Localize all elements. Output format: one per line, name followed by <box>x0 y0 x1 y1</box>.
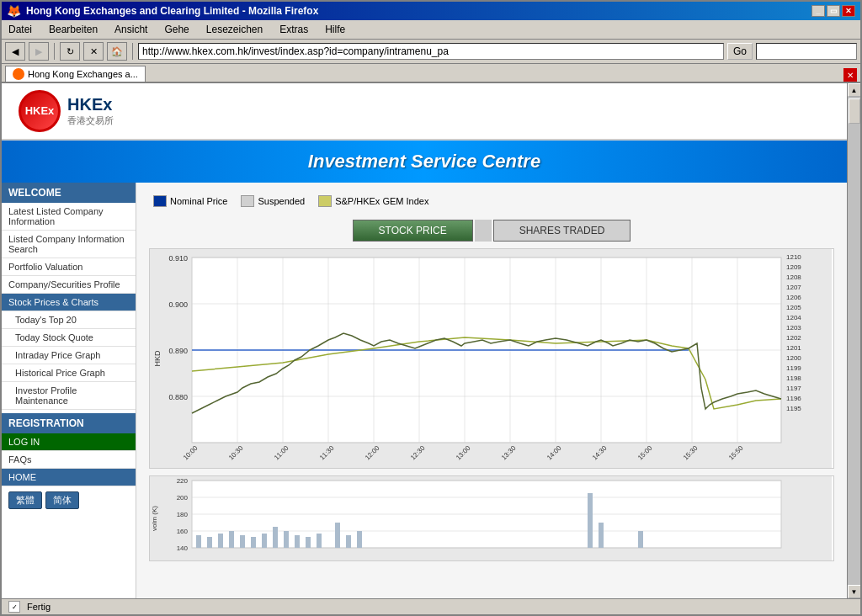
legend-index-label: S&P/HKEx GEM Index <box>335 196 428 206</box>
stock-price-tab-button[interactable]: STOCK PRICE <box>353 220 473 242</box>
hkex-logo-circle: HKEx <box>19 90 61 132</box>
svg-rect-62 <box>196 535 201 548</box>
scroll-thumb[interactable] <box>849 98 860 124</box>
svg-text:0.910: 0.910 <box>168 254 188 263</box>
scroll-down-button[interactable]: ▼ <box>848 585 861 598</box>
menu-lesezeichen[interactable]: Lesezeichen <box>203 22 266 37</box>
title-bar-controls[interactable]: _ ▭ ✕ <box>811 5 855 17</box>
sidebar-welcome-label: WELCOME <box>2 183 136 203</box>
minimize-button[interactable]: _ <box>811 5 825 17</box>
svg-text:180: 180 <box>177 511 189 518</box>
sidebar-item-latest-listed[interactable]: Latest Listed Company Information <box>2 203 136 231</box>
menu-datei[interactable]: Datei <box>5 22 35 37</box>
svg-text:0.900: 0.900 <box>168 300 188 309</box>
svg-text:volm (K): volm (K) <box>151 506 158 531</box>
sidebar-item-intraday[interactable]: Intraday Price Graph <box>2 347 136 364</box>
tab-label: Hong Kong Exchanges a... <box>28 69 138 79</box>
sidebar-item-investor-profile[interactable]: Investor Profile Maintenance <box>2 382 136 410</box>
toolbar: ◀ ▶ ↻ ✕ 🏠 Go <box>2 40 860 64</box>
svg-text:1208: 1208 <box>786 273 801 281</box>
sidebar-item-historical[interactable]: Historical Price Graph <box>2 364 136 382</box>
sidebar-item-faqs[interactable]: FAQs <box>2 451 136 469</box>
scroll-track[interactable] <box>848 97 860 585</box>
menu-extras[interactable]: Extras <box>276 22 311 37</box>
restore-button[interactable]: ▭ <box>827 5 840 17</box>
sidebar: WELCOME Latest Listed Company Informatio… <box>2 183 136 598</box>
browser-tab[interactable]: Hong Kong Exchanges a... <box>5 66 146 82</box>
svg-text:1195: 1195 <box>786 405 801 412</box>
svg-rect-78 <box>599 523 604 548</box>
browser-window: 🦊 Hong Kong Exchanges and Clearing Limit… <box>0 0 862 616</box>
refresh-button[interactable]: ↻ <box>60 42 80 61</box>
title-bar: 🦊 Hong Kong Exchanges and Clearing Limit… <box>2 2 860 20</box>
go-button[interactable]: Go <box>727 43 753 60</box>
scroll-up-button[interactable]: ▲ <box>848 83 861 97</box>
hkex-logo-text: HKEx 香港交易所 <box>67 95 114 127</box>
menu-hilfe[interactable]: Hilfe <box>322 22 349 37</box>
legend-suspended: Suspended <box>241 195 305 207</box>
forward-button[interactable]: ▶ <box>29 42 49 61</box>
sidebar-item-today-quote[interactable]: Today Stock Quote <box>2 329 136 347</box>
close-tab-button[interactable]: ✕ <box>843 68 857 82</box>
menu-ansicht[interactable]: Ansicht <box>111 22 151 37</box>
sidebar-item-listed-search[interactable]: Listed Company Information Search <box>2 231 136 258</box>
shares-traded-tab-button[interactable]: SHARES TRADED <box>493 220 631 242</box>
svg-text:1207: 1207 <box>786 284 801 291</box>
scrollbar-right[interactable]: ▲ ▼ <box>847 83 860 598</box>
chart-legend: Nominal Price Suspended S&P/HKEx GEM Ind… <box>149 191 834 211</box>
svg-text:1199: 1199 <box>786 364 801 372</box>
svg-text:1205: 1205 <box>786 304 801 311</box>
svg-rect-65 <box>229 531 234 548</box>
hkex-logo: HKEx HKEx 香港交易所 <box>19 90 114 132</box>
svg-text:140: 140 <box>177 544 189 552</box>
svg-text:200: 200 <box>177 494 189 502</box>
svg-rect-63 <box>207 537 212 548</box>
stop-button[interactable]: ✕ <box>83 42 104 61</box>
volume-chart-svg: 220 200 180 160 140 volm (K) <box>150 476 832 560</box>
svg-rect-69 <box>273 527 278 548</box>
menu-bearbeiten[interactable]: Bearbeiten <box>45 22 101 37</box>
lang-traditional-button[interactable]: 繁體 <box>8 491 42 509</box>
legend-suspended-label: Suspended <box>258 196 305 206</box>
sidebar-item-portfolio[interactable]: Portfolio Valuation <box>2 258 136 276</box>
sidebar-item-company-profile[interactable]: Company/Securities Profile <box>2 276 136 294</box>
svg-text:1204: 1204 <box>786 314 801 321</box>
menu-gehe[interactable]: Gehe <box>161 22 192 37</box>
price-chart-container: 0.910 0.900 0.890 0.880 1210 1209 1208 1… <box>149 248 834 469</box>
svg-text:1209: 1209 <box>786 263 801 271</box>
back-button[interactable]: ◀ <box>5 42 25 61</box>
toolbar-separator <box>54 43 55 60</box>
svg-rect-67 <box>251 537 256 548</box>
legend-index: S&P/HKEx GEM Index <box>318 195 428 207</box>
banner-title: Investment Service Centre <box>308 151 540 172</box>
search-input[interactable] <box>756 43 857 60</box>
legend-nominal: Nominal Price <box>153 195 227 207</box>
close-button[interactable]: ✕ <box>842 5 855 17</box>
lang-simplified-button[interactable]: 简体 <box>45 491 79 509</box>
svg-text:0.880: 0.880 <box>168 393 188 401</box>
sidebar-item-top20[interactable]: Today's Top 20 <box>2 311 136 329</box>
sidebar-item-stock-prices[interactable]: Stock Prices & Charts <box>2 294 136 311</box>
sidebar-item-login[interactable]: LOG IN <box>2 433 136 451</box>
svg-text:1197: 1197 <box>786 385 801 392</box>
address-bar[interactable] <box>138 43 724 60</box>
legend-nominal-label: Nominal Price <box>170 196 227 206</box>
status-icon: ✓ <box>8 601 20 613</box>
svg-rect-77 <box>588 493 593 548</box>
menu-bar: Datei Bearbeiten Ansicht Gehe Lesezeiche… <box>2 20 860 40</box>
tab-separator <box>475 220 492 242</box>
svg-text:HKD: HKD <box>153 350 162 367</box>
svg-rect-76 <box>357 531 362 548</box>
main-layout: WELCOME Latest Listed Company Informatio… <box>2 183 847 598</box>
svg-text:1200: 1200 <box>786 354 801 362</box>
content-area: HKEx HKEx 香港交易所 Investment Service Centr… <box>2 83 860 598</box>
home-browser-button[interactable]: 🏠 <box>107 42 127 61</box>
tab-favicon <box>13 68 24 80</box>
page-content: HKEx HKEx 香港交易所 Investment Service Centr… <box>2 83 847 598</box>
sidebar-item-home[interactable]: HOME <box>2 469 136 486</box>
hkex-header: HKEx HKEx 香港交易所 <box>2 83 847 141</box>
svg-rect-75 <box>346 535 351 548</box>
svg-text:1210: 1210 <box>786 253 801 261</box>
svg-rect-68 <box>262 534 267 548</box>
svg-text:0.890: 0.890 <box>168 347 188 355</box>
